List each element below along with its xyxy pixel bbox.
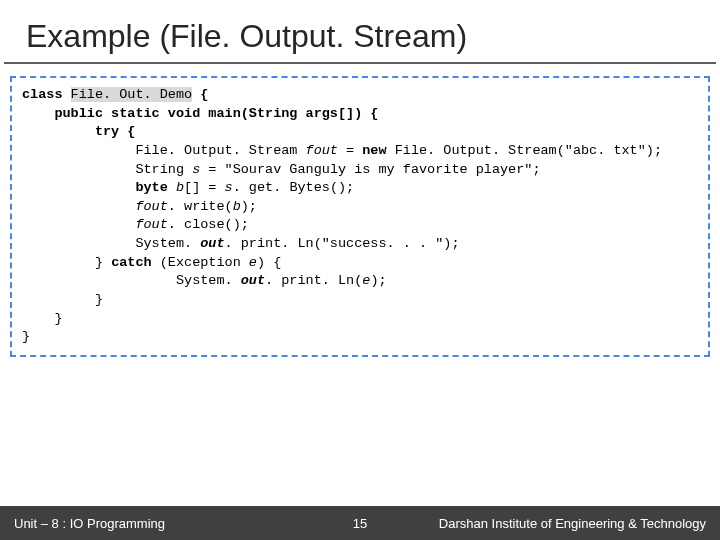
code-text <box>22 217 135 232</box>
code-text: class <box>22 87 71 102</box>
code-text: ; <box>532 162 540 177</box>
code-text: = <box>338 143 362 158</box>
code-text: [] = <box>184 180 225 195</box>
code-text: System. <box>22 273 241 288</box>
code-text: { <box>192 87 208 102</box>
code-text: fout <box>306 143 338 158</box>
code-text: (Exception <box>152 255 249 270</box>
code-text: . close(); <box>168 217 249 232</box>
footer-page-number: 15 <box>353 516 367 531</box>
code-text: fout <box>135 217 167 232</box>
code-text: byte <box>22 180 176 195</box>
code-text: System. <box>22 236 200 251</box>
footer-bar: Unit – 8 : IO Programming 15 Darshan Ins… <box>0 506 720 540</box>
code-text: File. Output. Stream <box>22 143 306 158</box>
code-text: ); <box>646 143 662 158</box>
code-text: File. Output. Stream( <box>387 143 565 158</box>
code-text: . write( <box>168 199 233 214</box>
code-text: b <box>233 199 241 214</box>
code-text: ); <box>443 236 459 251</box>
code-text: ) { <box>257 255 281 270</box>
code-text: public static void main(String args[]) { <box>22 106 378 121</box>
title-underline <box>4 62 716 64</box>
code-box: class File. Out. Demo { public static vo… <box>10 76 710 357</box>
code-text: . get. Bytes(); <box>233 180 355 195</box>
footer-institute: Darshan Institute of Engineering & Techn… <box>439 516 720 531</box>
code-text: } <box>22 329 30 344</box>
code-text: try { <box>22 124 135 139</box>
code-text: b <box>176 180 184 195</box>
code-text: e <box>249 255 257 270</box>
code-text: s <box>225 180 233 195</box>
code-text: String <box>22 162 192 177</box>
code-text <box>22 199 135 214</box>
code-text: out <box>241 273 265 288</box>
code-text: ); <box>370 273 386 288</box>
code-text: new <box>362 143 386 158</box>
code-text: = <box>200 162 224 177</box>
code-text: fout <box>135 199 167 214</box>
code-text: . print. Ln( <box>265 273 362 288</box>
slide-title: Example (File. Output. Stream) <box>0 0 720 61</box>
code-text: . print. Ln( <box>225 236 322 251</box>
code-block: class File. Out. Demo { public static vo… <box>22 86 698 347</box>
code-text: "Sourav Ganguly is my favorite player" <box>225 162 533 177</box>
code-text: out <box>200 236 224 251</box>
code-text: } <box>22 311 63 326</box>
footer-unit: Unit – 8 : IO Programming <box>0 516 165 531</box>
code-text: catch <box>111 255 152 270</box>
code-text: } <box>22 292 103 307</box>
code-text: "success. . . " <box>322 236 444 251</box>
code-text: ); <box>241 199 257 214</box>
code-text: } <box>22 255 111 270</box>
code-text: File. Out. Demo <box>71 87 193 102</box>
code-text: "abc. txt" <box>565 143 646 158</box>
